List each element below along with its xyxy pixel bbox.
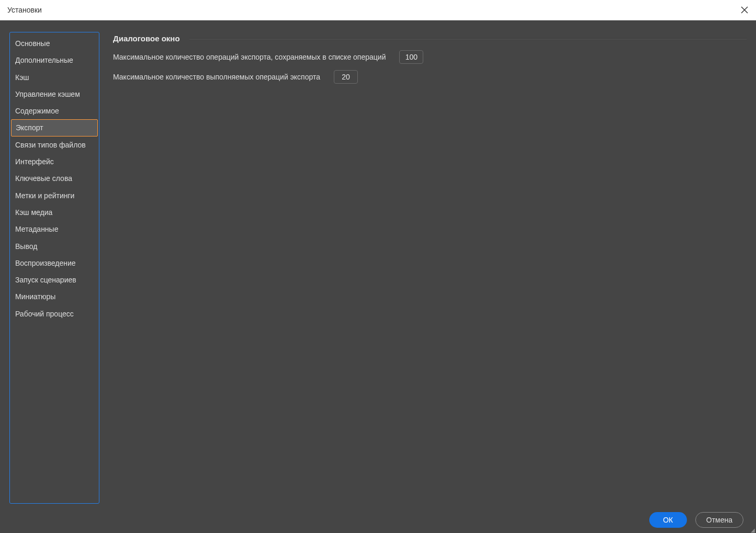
content-area: Основные Дополнительные Кэш Управление к… — [0, 20, 756, 533]
sidebar-item-label: Экспорт — [16, 123, 43, 132]
sidebar-item-export[interactable]: Экспорт — [11, 119, 98, 136]
sidebar-item-keywords[interactable]: Ключевые слова — [10, 170, 99, 187]
sidebar-item-label: Метки и рейтинги — [15, 191, 74, 200]
form-row-max-running-exports: Максимальное количество выполняемых опер… — [113, 69, 747, 85]
sidebar-item-label: Запуск сценариев — [15, 276, 76, 284]
form-label: Максимальное количество выполняемых опер… — [113, 73, 320, 81]
sidebar-item-label: Рабочий процесс — [15, 310, 74, 318]
sidebar-item-labels-ratings[interactable]: Метки и рейтинги — [10, 187, 99, 204]
sidebar-item-label: Вывод — [15, 242, 37, 251]
sidebar-item-thumbnails[interactable]: Миниатюры — [10, 288, 99, 305]
sidebar-item-general[interactable]: Основные — [10, 35, 99, 52]
sidebar-item-label: Метаданные — [15, 225, 58, 233]
sidebar-item-label: Содержимое — [15, 107, 59, 115]
sidebar-item-label: Кэш — [15, 73, 29, 82]
sidebar-item-label: Кэш медиа — [15, 208, 52, 217]
sidebar-item-cache[interactable]: Кэш — [10, 69, 99, 86]
sidebar-item-label: Управление кэшем — [15, 90, 80, 98]
sidebar-item-label: Ключевые слова — [15, 174, 72, 183]
window-title: Установки — [7, 6, 42, 14]
form-label: Максимальное количество операций экспорт… — [113, 53, 386, 61]
sidebar-item-label: Миниатюры — [15, 292, 55, 301]
sidebar-item-workflow[interactable]: Рабочий процесс — [10, 305, 99, 322]
sidebar-item-label: Воспроизведение — [15, 259, 76, 267]
sidebar-item-startup-scripts[interactable]: Запуск сценариев — [10, 271, 99, 288]
sidebar-item-label: Интерфейс — [15, 157, 54, 166]
sidebar-item-media-cache[interactable]: Кэш медиа — [10, 204, 99, 221]
sidebar-item-cache-management[interactable]: Управление кэшем — [10, 86, 99, 103]
sidebar-item-content[interactable]: Содержимое — [10, 103, 99, 119]
titlebar: Установки — [0, 0, 756, 20]
max-running-exports-input[interactable] — [334, 70, 358, 84]
resize-handle-icon: ◢ — [751, 529, 755, 532]
sidebar-item-label: Основные — [15, 39, 50, 48]
sidebar-item-advanced[interactable]: Дополнительные — [10, 52, 99, 69]
form-row-max-saved-exports: Максимальное количество операций экспорт… — [113, 49, 747, 65]
close-icon[interactable] — [739, 5, 750, 15]
ok-button[interactable]: ОК — [649, 512, 687, 528]
sidebar-item-label: Связи типов файлов — [15, 141, 86, 149]
cancel-button[interactable]: Отмена — [695, 512, 743, 528]
section-divider — [189, 38, 747, 39]
preferences-sidebar: Основные Дополнительные Кэш Управление к… — [9, 32, 99, 504]
sidebar-item-output[interactable]: Вывод — [10, 238, 99, 255]
sidebar-item-label: Дополнительные — [15, 56, 73, 64]
dialog-footer: ОК Отмена — [9, 508, 747, 528]
sidebar-item-metadata[interactable]: Метаданные — [10, 221, 99, 237]
section-header: Диалоговое окно — [113, 34, 747, 43]
export-panel: Диалоговое окно Максимальное количество … — [113, 32, 747, 504]
section-title: Диалоговое окно — [113, 34, 180, 43]
main-row: Основные Дополнительные Кэш Управление к… — [9, 32, 747, 504]
max-saved-exports-input[interactable] — [399, 50, 423, 64]
sidebar-item-interface[interactable]: Интерфейс — [10, 153, 99, 170]
sidebar-item-playback[interactable]: Воспроизведение — [10, 255, 99, 271]
sidebar-item-file-type-associations[interactable]: Связи типов файлов — [10, 137, 99, 153]
